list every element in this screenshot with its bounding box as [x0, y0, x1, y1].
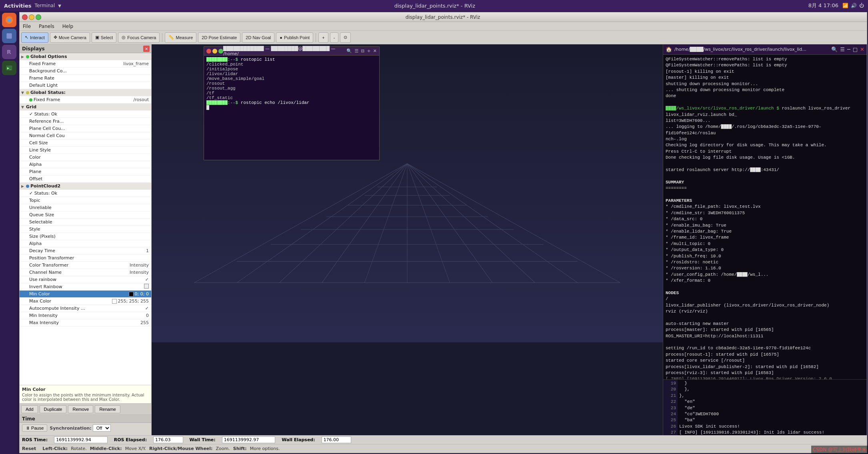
toolbar-pose-estimate[interactable]: 2D Pose Estimate — [198, 32, 240, 43]
term-output: /livox/lidar — [206, 72, 377, 76]
code-line: [ INFO] [1691139816.293301243]: Init lds… — [679, 430, 865, 435]
tree-item-background-color[interactable]: Background Co... — [20, 68, 151, 75]
sync-select[interactable]: Off — [93, 424, 111, 432]
terminal-x-icon[interactable]: ✕ — [373, 48, 377, 54]
dock-icon-firefox[interactable] — [2, 13, 16, 27]
tree-item-grid-status[interactable]: ✓ Status: Ok — [20, 111, 151, 118]
newterm-icon[interactable]: + — [367, 48, 371, 54]
tree-item-pointcloud2[interactable]: ▶ PointCloud2 — [20, 183, 151, 190]
tree-item-selectable[interactable]: Selectable — [20, 219, 151, 226]
tree-item-queue-size[interactable]: Queue Size — [20, 211, 151, 219]
tree-item-plane[interactable]: Plane — [20, 168, 151, 175]
tree-label: Line Style — [29, 147, 51, 153]
tree-label: Decay Time — [29, 248, 55, 253]
minimize-button[interactable] — [29, 14, 34, 20]
toolbar-measure[interactable]: 📏 Measure — [165, 32, 196, 43]
tree-item-status-fixed-frame[interactable]: Fixed Frame /rosout — [20, 96, 151, 104]
search-icon[interactable]: 🔍 — [346, 48, 352, 54]
duplicate-button[interactable]: Duplicate — [40, 405, 67, 413]
dock-icon-terminal[interactable]: ▶_ — [2, 61, 16, 75]
viewport[interactable]: ████████████ — ████████@████████ — /home… — [152, 44, 663, 435]
tree-item-autocompute-intensity[interactable]: Autocompute Intensity ... ✓ — [20, 305, 151, 312]
tree-item-alpha[interactable]: Alpha — [20, 161, 151, 168]
tree-item-pc2-status[interactable]: ✓ Status: Ok — [20, 190, 151, 197]
tree-item-min-intensity[interactable]: Min Intensity 0 — [20, 312, 151, 319]
toolbar-zoom-out[interactable]: - — [330, 32, 339, 43]
arrow-icon: ▼ — [21, 105, 25, 109]
tree-item-line-style[interactable]: Line Style — [20, 147, 151, 154]
tree-item-color[interactable]: Color — [20, 154, 151, 161]
minimize-icon[interactable]: ─ — [847, 46, 850, 52]
tree-label: Use rainbow — [29, 277, 56, 282]
menu-help[interactable]: Help — [61, 23, 75, 30]
tree-item-alpha2[interactable]: Alpha — [20, 240, 151, 247]
tree-item-global-options[interactable]: ▶ Global Options — [20, 53, 151, 60]
right-click-label: Right-Click/Mouse Wheel: — [149, 446, 212, 451]
close-icon[interactable]: ✕ — [860, 46, 864, 52]
tree-item-default-light[interactable]: Default Light — [20, 82, 151, 89]
dock-icon-rviz[interactable]: R — [2, 45, 16, 59]
terminal-min-btn[interactable] — [212, 49, 217, 54]
rterm-line: ████/ws_livox/src/livox_ros_driver/launc… — [666, 106, 864, 118]
toolbar-publish-point[interactable]: ● Publish Point — [276, 32, 313, 43]
dock-icon-files[interactable] — [2, 29, 16, 43]
svg-rect-2 — [6, 33, 12, 38]
split-icon[interactable]: ⊟ — [361, 48, 364, 54]
maximize-icon[interactable]: □ — [853, 46, 858, 52]
right-terminal-title: /home/████/ws_livox/src/livox_ros_driver… — [674, 47, 829, 52]
menu-panels[interactable]: Panels — [37, 23, 56, 30]
toolbar-zoom-in[interactable]: + — [318, 32, 328, 43]
menu-icon[interactable]: ☰ — [354, 48, 358, 54]
tree-item-max-color[interactable]: Max Color 255; 255; 255 — [20, 298, 151, 305]
tree-item-normal-cell-count[interactable]: Normal Cell Cou — [20, 132, 151, 139]
maximize-button[interactable] — [36, 14, 41, 20]
tree-item-min-color[interactable]: Min Color 0; 0; 0 — [20, 291, 151, 298]
toolbar-nav-goal[interactable]: 2D Nav Goal — [242, 32, 274, 43]
tree-item-color-transformer[interactable]: Color Transformer Intensity — [20, 262, 151, 269]
right-terminal-body[interactable]: QFileSystemWatcher::removePaths: list is… — [663, 55, 867, 379]
line-num: 24 — [663, 411, 676, 417]
displays-close-button[interactable]: ✕ — [143, 46, 150, 52]
activities-button[interactable]: Activities — [4, 3, 32, 9]
tree-item-channel-name[interactable]: Channel Name Intensity — [20, 269, 151, 276]
toolbar-zoom-reset[interactable]: ⊙ — [340, 32, 351, 43]
tree-item-use-rainbow[interactable]: Use rainbow ✓ — [20, 276, 151, 283]
search-icon[interactable]: 🔍 — [831, 46, 838, 52]
tree-item-style[interactable]: Style — [20, 226, 151, 233]
rename-button[interactable]: Rename — [95, 405, 120, 413]
topbar-time: 8月 4 17:06 — [808, 2, 838, 9]
tree-item-grid[interactable]: ▼ Grid — [20, 104, 151, 111]
menu-icon[interactable]: ☰ — [840, 46, 845, 52]
reset-button[interactable]: Reset — [22, 446, 36, 451]
toolbar-move-camera[interactable]: ✥ Move Camera — [50, 32, 90, 43]
terminal-dropdown-icon[interactable]: ▼ — [58, 4, 61, 8]
terminal-close-btn[interactable] — [206, 49, 211, 54]
tree-item-invert-rainbow[interactable]: Invert Rainbow — [20, 283, 151, 291]
menu-file[interactable]: File — [21, 23, 32, 30]
toolbar-select[interactable]: ▣ Select — [92, 32, 117, 43]
tree-item-unreliable[interactable]: Unreliable — [20, 204, 151, 211]
topbar: Activities Terminal ▼ display_lidar_poin… — [0, 0, 868, 11]
tree-item-position-transformer[interactable]: Position Transformer — [20, 255, 151, 262]
close-button[interactable] — [22, 14, 28, 20]
remove-button[interactable]: Remove — [68, 405, 93, 413]
tree-item-reference-frame[interactable]: Reference Fra... — [20, 118, 151, 125]
pause-button[interactable]: ⏸ Pause — [22, 424, 47, 432]
add-button[interactable]: Add — [21, 405, 38, 413]
tree-item-fixed-frame[interactable]: Fixed Frame livox_frame — [20, 60, 151, 68]
tree-item-plane-cell-count[interactable]: Plane Cell Cou... — [20, 125, 151, 132]
tree-item-global-status[interactable]: ▼ Global Status: — [20, 89, 151, 96]
tree-item-offset[interactable]: Offset — [20, 175, 151, 183]
displays-tree[interactable]: ▶ Global Options Fixed Frame livox_frame… — [20, 53, 151, 385]
tree-item-decay-time[interactable]: Decay Time 1 — [20, 247, 151, 255]
toolbar-focus-camera[interactable]: ◎ Focus Camera — [118, 32, 160, 43]
terminal-max-btn[interactable] — [218, 49, 223, 54]
tree-item-max-intensity[interactable]: Max Intensity 255 — [20, 319, 151, 327]
term-output: /clicked_point — [206, 62, 377, 67]
tree-item-cell-size[interactable]: Cell Size — [20, 139, 151, 147]
tree-item-size-pixels[interactable]: Size (Pixels) — [20, 233, 151, 240]
tree-item-frame-rate[interactable]: Frame Rate — [20, 75, 151, 82]
terminal-body[interactable]: ████████:--$ rostopic list /clicked_poin… — [204, 56, 379, 152]
tree-item-topic[interactable]: Topic — [20, 197, 151, 204]
toolbar-interact[interactable]: ↖ Interact — [21, 32, 48, 43]
